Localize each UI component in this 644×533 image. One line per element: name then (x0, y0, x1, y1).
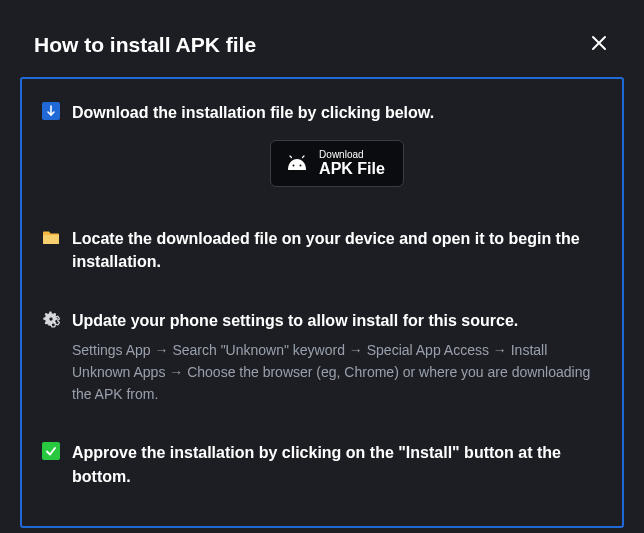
android-icon (285, 154, 309, 172)
close-icon (590, 34, 608, 55)
modal-title: How to install APK file (34, 33, 256, 57)
step-text: Locate the downloaded file on your devic… (72, 227, 602, 273)
step-text: Update your phone settings to allow inst… (72, 309, 602, 332)
folder-icon (42, 228, 60, 246)
download-big-label: APK File (319, 160, 385, 178)
modal-header: How to install APK file (0, 0, 644, 77)
step-download: Download the installation file by clicki… (42, 101, 602, 191)
download-arrow-icon (42, 102, 60, 120)
step-locate: Locate the downloaded file on your devic… (42, 227, 602, 273)
gear-icon (42, 310, 60, 328)
svg-point-4 (300, 165, 302, 167)
step-text: Download the installation file by clicki… (72, 101, 602, 124)
step-settings: Update your phone settings to allow inst… (42, 309, 602, 405)
svg-point-3 (293, 165, 295, 167)
step-subtext: Settings App → Search "Unknown" keyword … (72, 340, 602, 405)
step-approve: Approve the installation by clicking on … (42, 441, 602, 487)
steps-container: Download the installation file by clicki… (20, 77, 624, 528)
close-button[interactable] (586, 30, 612, 59)
check-icon (42, 442, 60, 460)
step-text: Approve the installation by clicking on … (72, 441, 602, 487)
install-apk-modal: How to install APK file Download the ins… (0, 0, 644, 533)
download-apk-button[interactable]: Download APK File (270, 140, 404, 187)
download-small-label: Download (319, 149, 363, 160)
